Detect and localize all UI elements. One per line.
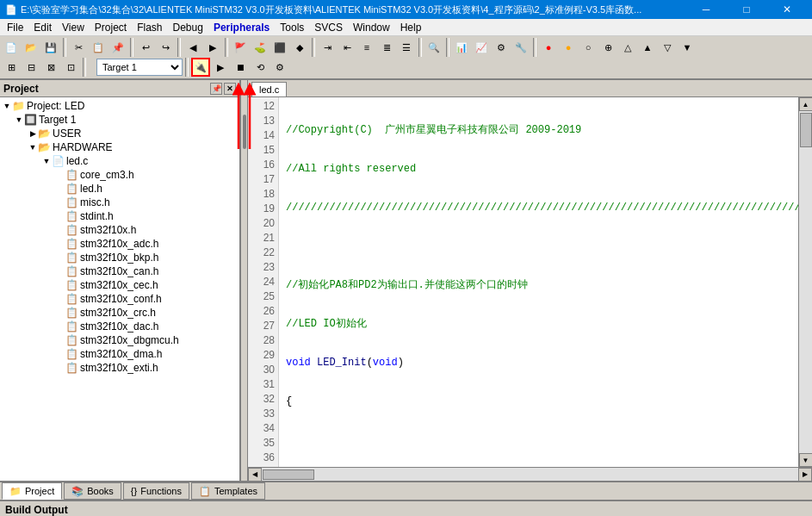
btn-c[interactable]: ⚙ (492, 38, 511, 57)
panel-resize-handle[interactable] (241, 80, 248, 481)
tree-stm32f10x-dac[interactable]: 📋 stm32f10x_dac.h (0, 320, 239, 333)
tree-stm32f10x-adc[interactable]: 📋 stm32f10x_adc.h (0, 237, 239, 251)
nav-back-button[interactable]: ◀ (183, 38, 202, 57)
redo-button[interactable]: ↪ (156, 38, 175, 57)
menu-tools[interactable]: Tools (275, 20, 309, 35)
tree-stm32f10x-can[interactable]: 📋 stm32f10x_can.h (0, 264, 239, 278)
btn-j[interactable]: ▲ (638, 38, 657, 57)
btn-d[interactable]: 🔧 (511, 38, 530, 57)
maximize-button[interactable]: □ (727, 0, 766, 19)
stop-button[interactable]: ⏹ (231, 58, 250, 77)
tree-hardware[interactable]: ▼ 📂 HARDWARE (0, 140, 239, 154)
menu-debug[interactable]: Debug (168, 20, 208, 35)
tree-stm32f10x-exti[interactable]: 📋 stm32f10x_exti.h (0, 361, 239, 375)
flag4-button[interactable]: ◆ (290, 38, 309, 57)
scroll-up-button[interactable]: ▲ (799, 97, 813, 111)
indent-button[interactable]: ⇥ (318, 38, 337, 57)
menu-edit[interactable]: Edit (28, 20, 57, 35)
scroll-left-button[interactable]: ◀ (248, 468, 262, 482)
tab-books[interactable]: 📚 Books (64, 482, 121, 500)
btn-m[interactable]: ⊞ (2, 58, 21, 77)
copy-button[interactable]: 📋 (89, 38, 108, 57)
panel-close-button[interactable]: ✕ (224, 83, 236, 95)
reset-button[interactable]: ⟲ (251, 58, 270, 77)
tree-root[interactable]: ▼ 📁 Project: LED (0, 99, 239, 113)
format-button[interactable]: ≡ (357, 38, 376, 57)
stm32-can-label: stm32f10x_can.h (80, 265, 158, 277)
debug-start-button[interactable]: 🔌 (191, 58, 210, 77)
expand-icon[interactable]: ▶ (28, 128, 38, 139)
scroll-down-button[interactable]: ▼ (799, 453, 813, 467)
menu-flash[interactable]: Flash (132, 20, 167, 35)
nav-fwd-button[interactable]: ▶ (203, 38, 222, 57)
tree-stm32f10x-dbgmcu[interactable]: 📋 stm32f10x_dbgmcu.h (0, 333, 239, 347)
scroll-right-button[interactable]: ▶ (798, 468, 812, 482)
tree-ledh[interactable]: 📋 led.h (0, 182, 239, 196)
run-button[interactable]: ▶ (211, 58, 230, 77)
btn-h[interactable]: ⊕ (598, 38, 617, 57)
tab-functions[interactable]: {} Functions (123, 482, 189, 500)
format2-button[interactable]: ≣ (377, 38, 396, 57)
h-scroll-thumb[interactable] (263, 469, 314, 480)
save-button[interactable]: 💾 (41, 38, 60, 57)
expand-icon[interactable]: ▼ (14, 115, 24, 125)
btn-p[interactable]: ⊡ (61, 58, 80, 77)
flag2-button[interactable]: ⛳ (251, 38, 270, 57)
menu-peripherals[interactable]: Peripherals (208, 20, 275, 35)
vertical-scrollbar[interactable]: ▲ ▼ (798, 97, 812, 467)
close-button[interactable]: ✕ (767, 0, 807, 19)
tree-target1[interactable]: ▼ 🔲 Target 1 (0, 113, 239, 127)
code-tab-ledc[interactable]: led.c (251, 82, 287, 96)
tree-stm32f10x[interactable]: 📋 stm32f10x.h (0, 223, 239, 237)
tab-templates[interactable]: 📋 Templates (191, 482, 265, 500)
format3-button[interactable]: ☰ (397, 38, 416, 57)
expand-icon[interactable]: ▼ (2, 101, 12, 111)
expand-icon[interactable]: ▼ (28, 142, 38, 152)
flag3-button[interactable]: ⬛ (270, 38, 289, 57)
tree-stm32f10x-bkp[interactable]: 📋 stm32f10x_bkp.h (0, 251, 239, 264)
btn-a[interactable]: 📊 (452, 38, 471, 57)
menu-project[interactable]: Project (90, 20, 132, 35)
tree-core-cm3[interactable]: 📋 core_cm3.h (0, 168, 239, 182)
search-button[interactable]: 🔍 (425, 38, 443, 57)
tree-stm32f10x-cec[interactable]: 📋 stm32f10x_cec.h (0, 278, 239, 292)
expand-icon[interactable]: ▼ (41, 156, 52, 166)
tree-stm32f10x-conf[interactable]: 📋 stm32f10x_conf.h (0, 292, 239, 306)
btn-k[interactable]: ▽ (658, 38, 677, 57)
flag-button[interactable]: 🚩 (231, 38, 250, 57)
btn-g[interactable]: ○ (579, 38, 598, 57)
target-select[interactable]: Target 1 (96, 59, 183, 76)
settings-button[interactable]: ⚙ (270, 58, 289, 77)
menu-window[interactable]: Window (348, 20, 395, 35)
btn-e[interactable]: ● (539, 38, 558, 57)
outdent-button[interactable]: ⇤ (338, 38, 356, 57)
tab-project[interactable]: 📁 Project (2, 482, 62, 500)
menu-help[interactable]: Help (395, 20, 427, 35)
tree-ledc[interactable]: ▼ 📄 led.c (0, 154, 239, 168)
scroll-thumb[interactable] (800, 113, 812, 147)
code-content[interactable]: 12 13 14 15 16 17 18 19 20 21 22 23 24 2… (248, 97, 798, 467)
menu-svcs[interactable]: SVCS (309, 20, 348, 35)
tree-stm32f10x-dma[interactable]: 📋 stm32f10x_dma.h (0, 347, 239, 361)
tree-misch[interactable]: 📋 misc.h (0, 196, 239, 209)
menu-view[interactable]: View (57, 20, 90, 35)
tree-user[interactable]: ▶ 📂 USER (0, 127, 239, 140)
paste-button[interactable]: 📌 (108, 38, 127, 57)
panel-pin-button[interactable]: 📌 (210, 83, 222, 95)
tree-stdinth[interactable]: 📋 stdint.h (0, 209, 239, 223)
open-button[interactable]: 📂 (22, 38, 40, 57)
btn-i[interactable]: △ (618, 38, 637, 57)
new-button[interactable]: 📄 (2, 38, 21, 57)
btn-o[interactable]: ⊠ (41, 58, 60, 77)
menu-file[interactable]: File (2, 20, 28, 35)
btn-b[interactable]: 📈 (472, 38, 491, 57)
btn-l[interactable]: ▼ (678, 38, 697, 57)
horizontal-scrollbar[interactable]: ◀ ▶ (248, 467, 812, 481)
minimize-button[interactable]: ─ (686, 0, 726, 19)
btn-n[interactable]: ⊟ (22, 58, 40, 77)
btn-f[interactable]: ● (559, 38, 578, 57)
scroll-track (262, 469, 798, 481)
undo-button[interactable]: ↩ (136, 38, 155, 57)
cut-button[interactable]: ✂ (69, 38, 88, 57)
tree-stm32f10x-crc[interactable]: 📋 stm32f10x_crc.h (0, 306, 239, 320)
